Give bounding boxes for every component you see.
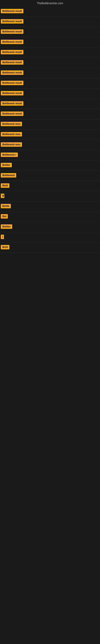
bottleneck-badge[interactable]: Bottl: [1, 245, 9, 249]
bottleneck-badge[interactable]: Bottleneck resu: [1, 142, 22, 147]
bottleneck-badge[interactable]: Bottleneck resu: [1, 122, 22, 126]
bottleneck-badge[interactable]: Bottleneck result: [1, 50, 23, 54]
bottleneck-badge[interactable]: Bot: [1, 214, 8, 218]
site-title: TheBottlenecker.com: [0, 0, 100, 6]
bottleneck-badge[interactable]: Bottleneck result: [1, 112, 23, 116]
bottleneck-badge[interactable]: Bottlen: [1, 224, 12, 229]
bottleneck-badge[interactable]: B: [1, 194, 4, 198]
bottleneck-badge[interactable]: Bottleneck result: [1, 60, 23, 64]
result-row: B: [0, 191, 100, 202]
result-row: Bottleneck r: [0, 150, 100, 160]
bottleneck-badge[interactable]: Bottleneck: [1, 173, 16, 178]
result-row: Bottleneck result: [0, 99, 100, 109]
bottleneck-badge[interactable]: Bottleneck result: [1, 30, 23, 34]
result-row: Bottleneck resu: [0, 140, 100, 150]
bottleneck-badge[interactable]: Bottleneck result: [1, 19, 23, 24]
result-row: Bottlen: [0, 222, 100, 232]
result-row: Bottleneck result: [0, 17, 100, 27]
result-row: Bottleneck result: [0, 27, 100, 37]
result-row: Bottl: [0, 181, 100, 191]
result-row: Bottler: [0, 160, 100, 171]
result-row: Bottleneck result: [0, 78, 100, 88]
result-row: Bottleneck result: [0, 6, 100, 17]
bottleneck-badge[interactable]: Bottle: [1, 204, 11, 208]
result-row: Bottleneck resu: [0, 130, 100, 140]
bottleneck-badge[interactable]: Bottleneck result: [1, 9, 23, 13]
result-row: Bottleneck result: [0, 48, 100, 58]
result-row: I: [0, 232, 100, 242]
results-container: Bottleneck resultBottleneck resultBottle…: [0, 6, 100, 253]
result-row: Bottl: [0, 242, 100, 253]
result-row: Bottleneck: [0, 171, 100, 181]
result-row: Bot: [0, 212, 100, 222]
bottleneck-badge[interactable]: Bottleneck result: [1, 40, 23, 44]
bottleneck-badge[interactable]: Bottler: [1, 163, 12, 167]
result-row: Bottleneck result: [0, 68, 100, 78]
result-row: Bottleneck result: [0, 88, 100, 99]
bottleneck-badge[interactable]: Bottleneck result: [1, 70, 23, 75]
bottleneck-badge[interactable]: Bottleneck result: [1, 101, 23, 106]
bottleneck-badge[interactable]: Bottl: [1, 183, 9, 188]
result-row: Bottleneck result: [0, 109, 100, 119]
bottleneck-badge[interactable]: Bottleneck r: [1, 152, 18, 157]
bottleneck-badge[interactable]: Bottleneck result: [1, 91, 23, 96]
bottleneck-badge[interactable]: Bottleneck result: [1, 81, 23, 85]
result-row: Bottleneck resu: [0, 119, 100, 130]
bottleneck-badge[interactable]: I: [1, 235, 4, 239]
bottleneck-badge[interactable]: Bottleneck resu: [1, 132, 22, 136]
result-row: Bottleneck result: [0, 37, 100, 48]
result-row: Bottleneck result: [0, 58, 100, 68]
result-row: Bottle: [0, 202, 100, 212]
